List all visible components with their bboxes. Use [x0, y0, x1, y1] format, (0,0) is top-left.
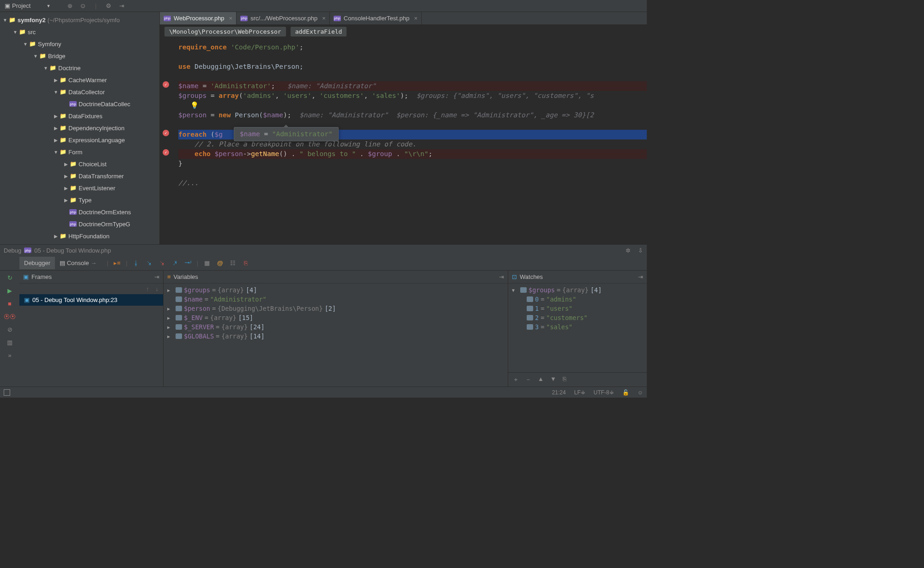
mute-breakpoints-icon[interactable]: ⊘: [6, 325, 14, 333]
twisty-icon[interactable]: ▶: [53, 78, 59, 83]
tree-item[interactable]: ▶CacheWarmer: [0, 74, 159, 86]
twisty-icon[interactable]: ▼: [53, 150, 59, 155]
variable-row[interactable]: ▶ $groups = {array} [4]: [164, 285, 508, 295]
variable-row[interactable]: $name = "Administrator": [164, 295, 508, 304]
remove-watch-icon[interactable]: －: [525, 375, 531, 384]
project-view-selector[interactable]: ▣ Project ▼: [2, 1, 53, 10]
twisty-icon[interactable]: ▶: [53, 138, 59, 143]
twisty-icon[interactable]: ▶: [167, 306, 174, 311]
step-over-icon[interactable]: ⭳: [132, 259, 140, 267]
tree-item[interactable]: ▼DataCollector: [0, 86, 159, 98]
twisty-icon[interactable]: ▶: [167, 334, 174, 339]
force-step-into-icon[interactable]: ⭸: [158, 259, 166, 267]
tree-item[interactable]: phpDoctrineOrmExtens: [0, 206, 159, 218]
tree-item[interactable]: phpDoctrineOrmTypeG: [0, 218, 159, 230]
twisty-icon[interactable]: ▶: [167, 325, 174, 330]
variable-row[interactable]: ▶ $GLOBALS = {array} [14]: [164, 332, 508, 341]
tree-item[interactable]: ▼src: [0, 26, 159, 38]
pin-icon[interactable]: ⇥: [154, 273, 159, 280]
next-frame-icon[interactable]: ↓: [156, 285, 159, 292]
variable-row[interactable]: ▶ $_ENV = {array} [15]: [164, 313, 508, 322]
twisty-icon[interactable]: ▼: [12, 30, 18, 35]
encoding[interactable]: UTF-8≑: [594, 389, 614, 396]
tree-item[interactable]: ▶ChoiceList: [0, 158, 159, 170]
tree-item[interactable]: ▶EventListener: [0, 182, 159, 194]
layout-icon[interactable]: ▥: [6, 338, 14, 346]
breakpoint-icon[interactable]: [163, 130, 169, 136]
tree-root[interactable]: ▼ symfony2 (~/PhpstormProjects/symfo: [0, 14, 159, 26]
twisty-icon[interactable]: ▼: [32, 54, 39, 59]
locate-icon[interactable]: ⊙: [79, 2, 86, 10]
tool-window-icon[interactable]: [4, 389, 10, 396]
editor-tab[interactable]: phpsrc/.../WebProcessor.php×: [237, 12, 330, 24]
breakpoint-icon[interactable]: [163, 81, 169, 88]
watch-item[interactable]: 3 = "sales": [508, 322, 647, 332]
add-watch-icon[interactable]: ＋: [513, 375, 519, 384]
tree-item[interactable]: ▶DataTransformer: [0, 170, 159, 182]
frame-row[interactable]: ▣ 05 - Debug Tool Window.php:23: [19, 294, 163, 306]
view-breakpoints-icon[interactable]: ⦿⦿: [6, 312, 14, 320]
more-icon[interactable]: »: [6, 351, 14, 359]
tree-item[interactable]: ▶DataFixtures: [0, 110, 159, 122]
editor-tab[interactable]: phpWebProcessor.php×: [160, 12, 237, 24]
move-down-icon[interactable]: ▼: [550, 375, 556, 384]
step-into-icon[interactable]: ⭸: [145, 259, 153, 267]
evaluate-icon[interactable]: ▦: [203, 259, 211, 267]
hide-icon[interactable]: ⇥: [118, 2, 125, 10]
tree-item[interactable]: ▼Symfony: [0, 38, 159, 50]
twisty-icon[interactable]: ▶: [167, 288, 174, 293]
tree-item[interactable]: phpDoctrineDataCollec: [0, 98, 159, 110]
close-icon[interactable]: ×: [229, 15, 233, 22]
collapse-icon[interactable]: ⊕: [66, 2, 73, 10]
tree-item[interactable]: ▼Bridge: [0, 50, 159, 62]
breadcrumb-segment[interactable]: \Monolog\Processor\WebProcessor: [164, 27, 286, 36]
twisty-icon[interactable]: ▶: [53, 126, 59, 131]
tree-item[interactable]: ▶HttpFoundation: [0, 230, 159, 242]
code-editor[interactable]: require_once 'Code/Person.php'; use Debu…: [160, 38, 647, 244]
tab-debugger[interactable]: Debugger: [19, 257, 55, 269]
twisty-icon[interactable]: ▼: [22, 42, 29, 47]
hide-icon[interactable]: ⇩: [638, 247, 643, 254]
editor-tab[interactable]: phpConsoleHandlerTest.php×: [330, 12, 422, 24]
twisty-icon[interactable]: ▼: [43, 66, 49, 71]
tree-item[interactable]: ▶Type: [0, 194, 159, 206]
move-up-icon[interactable]: ▲: [538, 375, 544, 384]
variable-row[interactable]: ▶ $_SERVER = {array} [24]: [164, 322, 508, 332]
twisty-icon[interactable]: ▶: [53, 234, 59, 239]
duplicate-icon[interactable]: ⎘: [563, 375, 566, 384]
close-icon[interactable]: ×: [322, 15, 326, 22]
stop-icon[interactable]: ■: [6, 299, 14, 308]
intention-bulb-icon[interactable]: 💡: [190, 102, 199, 109]
line-separator[interactable]: LF≑: [574, 389, 585, 396]
resume-icon[interactable]: ▶: [6, 286, 14, 295]
twisty-icon[interactable]: ▶: [63, 186, 69, 191]
prev-frame-icon[interactable]: ↑: [146, 285, 149, 292]
lock-icon[interactable]: 🔓: [622, 389, 629, 396]
twisty-icon[interactable]: ▶: [63, 162, 69, 167]
step-out-icon[interactable]: ⭷: [171, 259, 179, 267]
run-to-cursor-icon[interactable]: ⭲ᴵ: [184, 259, 192, 267]
settings-icon[interactable]: ☷: [229, 259, 237, 267]
cursor-position[interactable]: 21:24: [552, 389, 566, 396]
twisty-icon[interactable]: ▶: [63, 198, 69, 203]
twisty-icon[interactable]: ▼: [512, 288, 518, 293]
variable-row[interactable]: ▶ $person = {Debugging\JetBrains\Person}…: [164, 304, 508, 313]
show-execution-icon[interactable]: ▸≡: [113, 259, 121, 267]
twisty-icon[interactable]: ▶: [63, 174, 69, 179]
pin-icon[interactable]: ⇥: [499, 273, 504, 280]
pin-icon[interactable]: ⎘: [242, 259, 250, 267]
watch-item[interactable]: 2 = "customers": [508, 313, 647, 322]
tree-item[interactable]: ▶DependencyInjection: [0, 122, 159, 134]
tree-item[interactable]: ▶ExpressionLanguage: [0, 134, 159, 146]
pin-icon[interactable]: ⇥: [638, 273, 643, 280]
watch-row[interactable]: ▼ $groups = {array} [4]: [508, 285, 647, 295]
tab-console[interactable]: ▤ Console →: [55, 257, 101, 269]
close-icon[interactable]: ×: [414, 15, 418, 22]
project-tree[interactable]: ▼ symfony2 (~/PhpstormProjects/symfo ▼sr…: [0, 12, 160, 244]
gear-icon[interactable]: ✲: [626, 247, 631, 254]
breakpoint-icon[interactable]: [163, 149, 169, 156]
rerun-icon[interactable]: ↻: [6, 273, 14, 282]
tree-item[interactable]: ▼Form: [0, 146, 159, 158]
hector-icon[interactable]: ☺: [638, 389, 643, 396]
twisty-icon[interactable]: ▶: [167, 315, 174, 320]
